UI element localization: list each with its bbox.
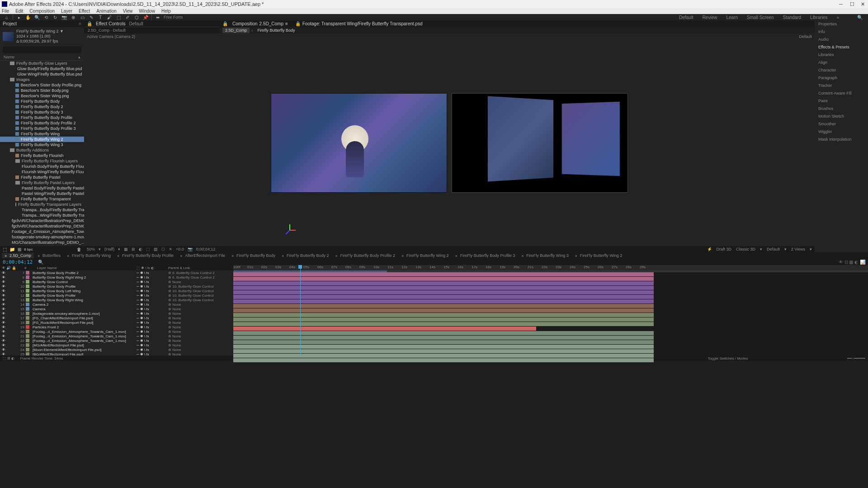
layer-switches[interactable]: ─ ✱ \ fx [137, 325, 168, 329]
layer-parent[interactable]: ⊚ None [168, 312, 231, 316]
layer-duration-bar[interactable] [233, 313, 654, 317]
tree-item[interactable]: Beezlow's Sister Body.png [0, 88, 84, 93]
timeline-timecode[interactable]: 0;00;04;12 [3, 259, 33, 265]
layer-parent[interactable]: ⊚ None [168, 348, 231, 352]
rotate-tool-icon[interactable]: ↻ [52, 14, 58, 20]
layer-parent[interactable]: ⊚ None [168, 339, 231, 343]
tree-item[interactable]: Firefly Butterfly Transparent Layers [0, 202, 84, 207]
timeline-track[interactable] [233, 317, 868, 322]
layer-color-swatch[interactable] [26, 348, 29, 351]
timecode-search-icon[interactable]: 🔍 [38, 260, 43, 265]
visibility-toggle[interactable]: 👁 [2, 284, 7, 289]
tree-item[interactable]: FireFly Butterfly Body 3 [0, 109, 84, 115]
menu-layer[interactable]: Layer [61, 9, 72, 14]
zoom-tool-icon[interactable]: 🔍 [34, 14, 40, 20]
layer-switches[interactable]: ─ ✱ \ fx [137, 339, 168, 343]
timeline-track[interactable] [233, 304, 868, 308]
subtab-25d-comp[interactable]: 2.5D_Comp [222, 28, 250, 33]
menu-window[interactable]: Window [139, 9, 155, 14]
menu-file[interactable]: File [2, 9, 9, 14]
layer-name[interactable]: [FG_Rock/AfterEffectsImport File.psd] [31, 321, 137, 325]
timeline-track[interactable] [233, 322, 868, 327]
layer-switches[interactable]: ─ ✱ \ fx [137, 298, 168, 302]
timeline-tab[interactable]: ×FireFly Butterfly Wing 2 [572, 253, 625, 258]
panel-paint[interactable]: Paint [815, 97, 868, 105]
layer-parent[interactable]: ⊚ None [168, 280, 231, 284]
close-icon[interactable]: × [231, 254, 235, 257]
workspace-default[interactable]: Default [677, 15, 695, 20]
layer-name[interactable]: [BG/AfterEffectsImport File.psd] [31, 352, 137, 356]
timeline-layer-row[interactable]: 👁11Butterfly Glow Body Left Wing─ ✱ \ fx… [0, 289, 233, 293]
visibility-toggle[interactable]: 👁 [2, 275, 7, 280]
layer-duration-bar[interactable] [233, 308, 654, 313]
layer-color-swatch[interactable] [26, 275, 29, 279]
tree-item[interactable]: FireFly Butterfly Body [0, 99, 84, 104]
menu-animation[interactable]: Animation [96, 9, 116, 14]
tree-item[interactable]: Transpa...Wing/Firefly Butterfly Transpa… [0, 213, 84, 218]
layer-color-swatch[interactable] [26, 316, 29, 320]
timeline-layer-row[interactable]: 👁22[Footag...d_Emission_Atmosphere_Towar… [0, 338, 233, 343]
layer-switches[interactable]: ─ ✱ \ fx [137, 289, 168, 293]
hand-tool-icon[interactable]: ✋ [25, 14, 31, 20]
project-search-input[interactable] [3, 47, 81, 53]
layer-name[interactable]: [Footag...d_Emission_Atmosphere_Towards_… [31, 334, 137, 338]
layer-name[interactable]: [MG/AfterEffectsImport File.psd] [31, 343, 137, 347]
tree-item[interactable]: Footage_d_Emission_Atmosphere_Towards_Ca… [0, 229, 84, 234]
layer-name[interactable]: [FG_Char/AfterEffectsImport File.psd] [31, 316, 137, 320]
menu-effect[interactable]: Effect [79, 9, 90, 14]
orbit-tool-icon[interactable]: ⟲ [43, 14, 49, 20]
panel-mask-interpolation[interactable]: Mask Interpolation [815, 136, 868, 143]
tree-item[interactable]: Pastel Body/Firefly Butterfly Pastel.psd [0, 185, 84, 191]
visibility-toggle[interactable]: 👁 [2, 294, 7, 298]
layer-duration-bar[interactable] [233, 358, 654, 362]
timeline-layer-row[interactable]: 👁25[BG/AfterEffectsImport File.psd]─ ✱ \… [0, 352, 233, 355]
timeline-track[interactable] [233, 277, 868, 281]
layer-name[interactable]: Particles Front 2 [31, 325, 137, 329]
layer-duration-bar[interactable] [233, 304, 654, 308]
tl-frame-blend-icon[interactable]: ▦ [849, 260, 853, 265]
timeline-track[interactable] [233, 286, 868, 290]
eraser-tool-icon[interactable]: ✐ [124, 14, 131, 20]
timeline-tab[interactable]: ×FireFly Butterfly Body Profile 3 [453, 253, 518, 258]
layer-duration-bar[interactable] [233, 272, 654, 276]
home-icon[interactable]: ⌂ [4, 14, 10, 20]
menu-view[interactable]: View [123, 9, 133, 14]
visibility-toggle[interactable]: 👁 [2, 325, 7, 329]
timeline-track[interactable] [233, 349, 868, 354]
project-tree[interactable]: Firefly Butterfly Glow LayersGlow Body/F… [0, 61, 84, 246]
transparency-icon[interactable]: ▨ [154, 247, 158, 251]
draft-3d-toggle[interactable]: Draft 3D [717, 247, 732, 251]
close-icon[interactable]: × [401, 254, 405, 257]
layer-color-swatch[interactable] [26, 325, 29, 329]
workspace-small-screen[interactable]: Small Screen [745, 15, 775, 20]
close-icon[interactable]: × [67, 254, 71, 257]
tree-item[interactable]: FireFly Butterfly Wing [0, 131, 84, 137]
grid-icon[interactable]: ▦ [124, 247, 128, 251]
timeline-track[interactable] [233, 281, 868, 286]
timeline-track[interactable] [233, 290, 868, 295]
panel-info[interactable]: Info [815, 28, 868, 36]
timeline-layer-row[interactable]: 👁23[MG/AfterEffectsImport File.psd]─ ✱ \… [0, 343, 233, 347]
timeline-tab[interactable]: ×Butterflies [35, 253, 63, 258]
tl-collapse-icon[interactable]: ⊟ [844, 260, 848, 265]
tree-item[interactable]: Firefly Butterfly Flourish [0, 153, 84, 158]
close-icon[interactable]: × [5, 254, 8, 257]
exposure-icon[interactable]: ☀ [169, 247, 172, 251]
mask-icon[interactable]: ◐ [139, 247, 142, 251]
menu-composition[interactable]: Composition [29, 9, 55, 14]
menu-help[interactable]: Help [161, 9, 171, 14]
timeline-track[interactable] [233, 345, 868, 349]
brush-tool-icon[interactable]: 🖌 [106, 14, 113, 20]
layer-switches[interactable]: ─ ✱ \ fx [137, 348, 168, 352]
layer-duration-bar[interactable] [233, 354, 654, 358]
tree-item[interactable]: Beezlow's Sister Body Profile.png [0, 82, 84, 88]
fast-preview-icon[interactable]: ⚡ [707, 247, 712, 251]
effect-controls-tab[interactable]: Effect Controls [96, 21, 125, 26]
timeline-tab[interactable]: ×FireFly Butterfly Body [229, 253, 278, 258]
tree-item[interactable]: Glow Wing/Firefly Butterfly Blue.psd [0, 71, 84, 77]
panel-wiggler[interactable]: Wiggler [815, 128, 868, 136]
layer-duration-bar[interactable] [233, 349, 654, 353]
layer-duration-bar[interactable] [233, 281, 654, 285]
layer-switches[interactable]: ─ ✱ \ fx [137, 280, 168, 284]
name-column-header[interactable]: Name [4, 55, 14, 59]
